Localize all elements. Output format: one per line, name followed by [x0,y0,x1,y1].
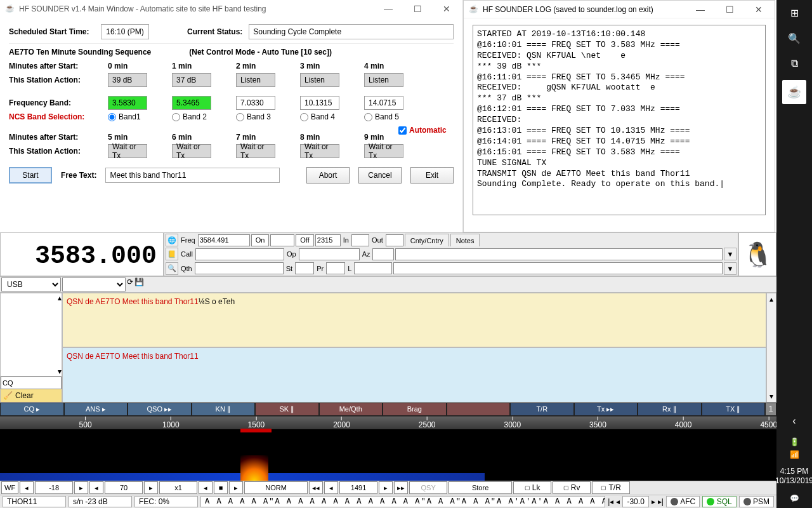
wf-norm[interactable]: NORM [244,481,308,494]
az-input[interactable] [372,248,394,260]
wf-level[interactable]: -18 [35,481,73,494]
remark-input[interactable] [395,248,723,260]
st-input[interactable] [295,262,314,274]
rx-scrollbar[interactable]: ▴▾ [766,293,776,403]
exit-button[interactable]: Exit [410,167,454,184]
macro-tx[interactable]: Tx ▸▸ [574,403,638,416]
db-fwd[interactable]: ▸| [658,497,664,506]
lvl-right[interactable]: ▸ [74,481,88,494]
play-right[interactable]: ▸ [229,481,243,494]
psm-button[interactable]: PSM [739,496,774,507]
scheduled-time-field[interactable]: 16:10 (PM) [101,24,149,39]
start-button[interactable]: Start [9,167,52,184]
rew[interactable]: ◂ [324,481,338,494]
rv-button[interactable]: ▢ Rv [553,481,591,494]
battery-icon[interactable]: 🔋 [790,438,799,446]
rew-fast[interactable]: ◂◂ [309,481,323,494]
band-4-radio[interactable]: Band 4 [300,112,360,121]
band-5-radio[interactable]: Band 5 [364,112,399,121]
qrz-icon[interactable]: 🔍 [166,262,178,275]
macro-empty[interactable] [447,403,511,416]
minimize-button[interactable]: — [690,4,711,15]
scroll-down-icon[interactable]: ▾ [58,367,62,376]
rx-text-pane[interactable]: QSN de AE7TO Meet this band Thor11¼S o e… [62,293,766,348]
remark2-input[interactable] [393,262,723,274]
maximize-button[interactable]: ☐ [407,4,428,14]
wifi-icon[interactable]: 📶 [790,450,799,459]
waterfall-display[interactable]: 500 1000 1500 2000 2500 3000 3500 4000 4… [0,416,776,481]
in-input[interactable] [351,234,369,246]
notes-tab[interactable]: Notes [450,234,480,246]
wf-range[interactable]: 70 [105,481,143,494]
fwd[interactable]: ▸ [379,481,393,494]
free-text-input[interactable] [105,168,280,183]
stop-button[interactable]: ■ [214,481,228,494]
freq-4[interactable]: 14.0715 [364,96,403,110]
cq-input[interactable] [1,377,62,389]
notifications-icon[interactable]: 💬 [790,494,799,503]
save-icon[interactable]: 💾 [134,277,144,291]
db-rew[interactable]: |◂ [608,497,613,506]
windows-start-icon[interactable]: ⊞ [779,0,809,25]
main-titlebar[interactable]: ☕ HF SOUNDER v1.4 Main Window - Automati… [0,0,462,18]
dropdown-icon[interactable]: ▼ [724,262,737,275]
close-button[interactable]: ✕ [748,4,769,15]
pr-input[interactable] [326,262,345,274]
tx-text-pane[interactable]: QSN de AE7TO Meet this band Thor11 [62,347,766,403]
macro-kn[interactable]: KN ∥ [192,403,256,416]
sql-button[interactable]: SQL [702,496,736,507]
rng-left[interactable]: ◂ [89,481,103,494]
macro-sk[interactable]: SK ∥ [255,403,319,416]
log-titlebar[interactable]: ☕ HF SOUNDER LOG (saved to sounder.log o… [464,1,775,18]
macro-qso[interactable]: QSO ▸▸ [128,403,192,416]
close-button[interactable]: ✕ [436,4,457,14]
freq-1[interactable]: 5.3465 [172,96,211,110]
mode-select[interactable]: USB [1,277,61,291]
freq-3[interactable]: 10.1315 [300,96,339,110]
on-input[interactable] [270,234,294,246]
db-right[interactable]: ▸ [652,497,655,506]
maximize-button[interactable]: ☐ [719,4,740,15]
call-input[interactable] [195,248,284,260]
clear-button[interactable]: 🧹Clear [1,389,62,402]
tr-button[interactable]: ▢ T/R [592,481,630,494]
wf-cursor-val[interactable]: 1491 [339,481,377,494]
scroll-up-icon[interactable]: ▴ [58,293,62,302]
fwd-fast[interactable]: ▸▸ [394,481,408,494]
book-icon[interactable]: 📒 [166,248,178,260]
java-taskbar-icon[interactable]: ☕ [782,80,806,104]
off-button[interactable]: Off [296,234,313,246]
macro-cq[interactable]: CQ ▸ [0,403,64,416]
qsy-button[interactable]: QSY [409,481,447,494]
filter-select[interactable] [62,277,126,291]
freq-2[interactable]: 7.0330 [236,96,275,110]
out-input[interactable] [386,234,403,246]
macro-tx2[interactable]: TX ∥ [702,403,766,416]
log-textarea[interactable]: STARTED AT 2019-10-13T16:10:00.148 @16:1… [473,25,766,215]
automatic-checkbox[interactable]: Automatic [398,126,447,135]
play-left[interactable]: ◂ [199,481,213,494]
cnty-button[interactable]: Cnty/Cntry [405,234,449,246]
task-view-icon[interactable]: ⧉ [779,51,809,76]
globe-icon[interactable]: 🌐 [166,234,178,246]
search-icon[interactable]: 🔍 [779,25,809,51]
macro-ans[interactable]: ANS ▸ [64,403,128,416]
lvl-left[interactable]: ◂ [20,481,34,494]
qth-input[interactable] [195,262,284,274]
minimize-button[interactable]: — [377,4,399,14]
afc-button[interactable]: AFC [666,496,700,507]
lk-button[interactable]: ▢ Lk [513,481,551,494]
abort-button[interactable]: Abort [306,167,350,184]
wf-zoom[interactable]: x1 [159,481,197,494]
macro-brag[interactable]: Brag [383,403,447,416]
on-button[interactable]: On [251,234,270,246]
loc-input[interactable] [354,262,392,274]
macro-rx[interactable]: Rx ∥ [638,403,702,416]
wf-mode-button[interactable]: WF [1,481,18,494]
status-db[interactable]: -30.0 [622,496,648,507]
status-mode[interactable]: THOR11 [3,496,66,507]
cancel-button[interactable]: Cancel [358,167,402,184]
op-input[interactable] [299,248,360,260]
band-1-radio[interactable]: Band1 [108,112,168,121]
waterfall-cursor[interactable] [240,429,272,432]
